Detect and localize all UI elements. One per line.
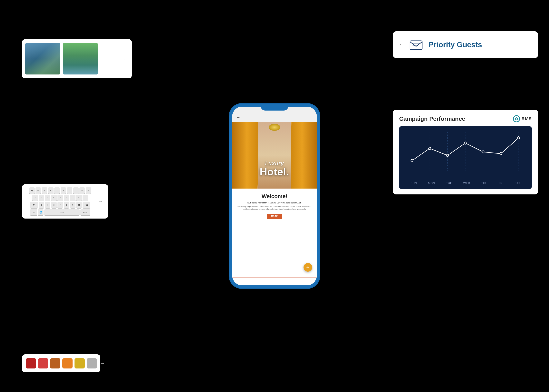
chart-point-mon — [429, 147, 431, 150]
chart-label-sat: SAT — [515, 182, 520, 185]
key-j[interactable]: J — [70, 195, 76, 201]
priority-back-button[interactable]: ← — [399, 42, 403, 47]
curtain-left — [232, 122, 262, 189]
keyboard-arrow[interactable]: → — [98, 198, 103, 205]
fab-button[interactable]: ✏ — [303, 263, 312, 272]
gallery-image-2 — [63, 43, 98, 75]
chart-point-tue — [446, 154, 449, 157]
key-t[interactable]: T — [54, 187, 60, 194]
key-q[interactable]: Q — [29, 187, 35, 194]
key-a[interactable]: A — [32, 195, 38, 201]
keyboard-row-4: 123 🌐 space return — [25, 209, 95, 215]
chart-label-thu: THU — [481, 182, 488, 185]
key-backspace[interactable]: ⌫ — [83, 202, 90, 208]
chandelier-body — [269, 124, 280, 131]
chart-label-tue: TUE — [446, 182, 452, 185]
chart-point-fri — [500, 153, 502, 155]
priority-title: Priority Guests — [429, 41, 482, 49]
key-l[interactable]: L — [83, 195, 88, 201]
scene: ← Luxu — [0, 0, 549, 392]
key-d[interactable]: D — [45, 195, 50, 201]
svg-rect-0 — [410, 41, 422, 49]
phone-back-button[interactable]: ← — [236, 115, 240, 120]
edit-icon: ✏ — [306, 265, 310, 269]
phone-outer: ← Luxu — [229, 104, 320, 288]
color-swatches — [26, 358, 97, 369]
chart-label-sun: SUN — [411, 182, 417, 185]
key-u[interactable]: U — [67, 187, 72, 194]
welcome-body: socis natoqu eagnis dist mte dulmuese fe… — [236, 205, 313, 210]
swatch-3[interactable] — [50, 358, 60, 369]
key-i[interactable]: I — [73, 187, 79, 194]
phone-content: ← Luxu — [232, 107, 317, 285]
hotel-image-area: Luxury Hotel. — [232, 122, 317, 189]
phone-inner: ← Luxu — [232, 107, 317, 285]
chart-point-sun — [411, 160, 413, 162]
welcome-subtitle: KLECENE ANRITMA HASEYULETY MASER KERTYAS… — [236, 202, 313, 204]
swatch-2[interactable] — [38, 358, 48, 369]
key-v[interactable]: V — [57, 202, 63, 208]
swatch-6[interactable] — [87, 358, 97, 369]
phone-container: ← Luxu — [229, 104, 320, 288]
key-c[interactable]: C — [51, 202, 57, 208]
rms-circle-inner — [515, 117, 518, 120]
chart-label-wed: WED — [463, 182, 470, 185]
key-k[interactable]: K — [76, 195, 82, 201]
key-w[interactable]: W — [35, 187, 41, 194]
swatch-1[interactable] — [26, 358, 36, 369]
key-x[interactable]: X — [45, 202, 50, 208]
key-b[interactable]: B — [64, 202, 69, 208]
gallery-image-1 — [25, 43, 60, 75]
chart-point-wed — [464, 142, 466, 144]
key-h[interactable]: H — [64, 195, 69, 201]
panel-priority: ← Priority Guests — [393, 31, 538, 58]
key-p[interactable]: P — [86, 187, 91, 194]
key-y[interactable]: Y — [61, 187, 66, 194]
key-o[interactable]: O — [79, 187, 85, 194]
key-r[interactable]: R — [48, 187, 54, 194]
key-f[interactable]: F — [51, 195, 57, 201]
rms-circle-icon — [513, 115, 520, 122]
rms-logo: RMS — [513, 115, 532, 122]
chart-point-thu — [482, 151, 484, 153]
key-return[interactable]: return — [80, 209, 90, 215]
chart-label-mon: MON — [428, 182, 435, 185]
key-m[interactable]: M — [76, 202, 82, 208]
phone-notch — [261, 104, 288, 111]
swatch-5[interactable] — [75, 358, 85, 369]
luxury-text: Luxury — [232, 160, 317, 167]
key-shift[interactable]: ⇧ — [30, 202, 38, 208]
key-globe[interactable]: 🌐 — [38, 209, 43, 215]
panel-keyboard: Q W E R T Y U I O P A S D F G H J K — [22, 184, 108, 218]
chart-point-sat — [518, 137, 520, 139]
chart-area: SUN MON TUE WED THU FRI SAT — [399, 126, 532, 189]
curtain-right — [287, 122, 317, 189]
gallery-arrow[interactable]: → — [121, 56, 127, 62]
more-button[interactable]: MORE — [267, 214, 282, 219]
keyboard-row-3: ⇧ Z X C V B N M ⌫ — [25, 202, 95, 208]
panel-gallery: → — [22, 39, 132, 78]
key-z[interactable]: Z — [39, 202, 44, 208]
priority-icon-wrap — [408, 37, 424, 53]
panel-campaign: Campaign Performance RMS — [393, 110, 538, 195]
keyboard-wrap: Q W E R T Y U I O P A S D F G H J K — [25, 187, 95, 215]
chart-labels: SUN MON TUE WED THU FRI SAT — [403, 182, 528, 185]
key-space[interactable]: space — [44, 209, 80, 215]
key-s[interactable]: S — [39, 195, 44, 201]
hotel-text-overlay: Luxury Hotel. — [232, 160, 317, 177]
swatch-4[interactable] — [62, 358, 72, 369]
welcome-heading: Welcome! — [236, 193, 313, 200]
phone-body: Welcome! KLECENE ANRITMA HASEYULETY MASE… — [232, 189, 317, 278]
colors-arrow[interactable]: → — [100, 360, 105, 366]
hotel-main-text: Hotel. — [232, 167, 317, 177]
chart-label-fri: FRI — [499, 182, 504, 185]
campaign-header: Campaign Performance RMS — [399, 115, 532, 122]
phone-bottom-bar — [232, 278, 317, 285]
key-n[interactable]: N — [70, 202, 76, 208]
key-e[interactable]: E — [42, 187, 47, 194]
panel-colors: → — [22, 354, 100, 372]
key-123[interactable]: 123 — [30, 209, 37, 215]
key-g[interactable]: G — [57, 195, 63, 201]
hotel-bg — [232, 122, 317, 189]
keyboard-row-2: A S D F G H J K L — [25, 195, 95, 201]
